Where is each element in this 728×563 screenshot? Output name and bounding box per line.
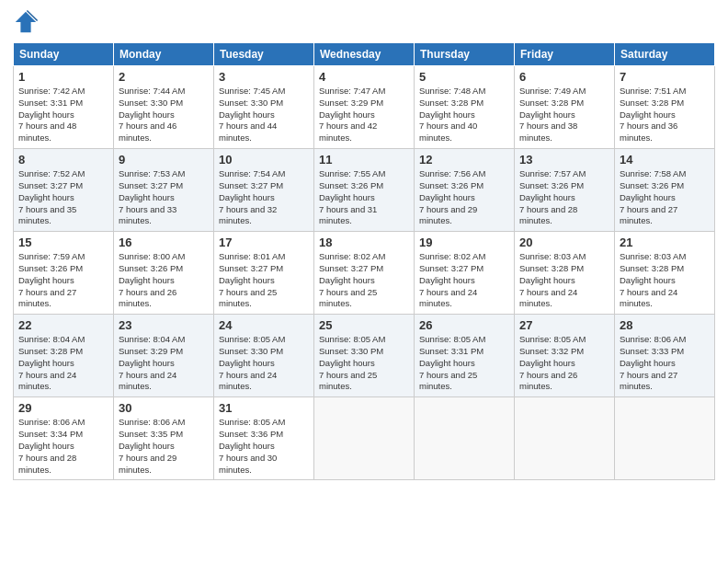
sunset-label: Sunset: 3:27 PM: [219, 263, 283, 273]
day-number: 18: [319, 236, 409, 249]
svg-marker-0: [16, 12, 36, 32]
daylight-label: Daylight hours: [119, 275, 175, 285]
day-number: 10: [219, 153, 309, 167]
sunset-label: Sunset: 3:28 PM: [419, 98, 483, 108]
daylight-value: 7 hours and 27 minutes.: [620, 370, 677, 392]
sunrise-label: Sunrise: 8:05 AM: [219, 334, 285, 344]
daylight-value: 7 hours and 26 minutes.: [119, 287, 176, 309]
calendar-table: SundayMondayTuesdayWednesdayThursdayFrid…: [13, 42, 715, 480]
daylight-label: Daylight hours: [119, 358, 175, 368]
day-number: 22: [18, 318, 108, 332]
sunset-label: Sunset: 3:28 PM: [18, 346, 83, 356]
calendar-cell: 24 Sunrise: 8:05 AM Sunset: 3:30 PM Dayl…: [214, 315, 314, 397]
daylight-value: 7 hours and 27 minutes.: [18, 287, 76, 309]
sunset-label: Sunset: 3:34 PM: [18, 429, 83, 439]
day-number: 26: [419, 318, 509, 332]
day-number: 6: [519, 70, 609, 84]
sunset-label: Sunset: 3:32 PM: [519, 346, 584, 356]
day-info: Sunrise: 8:05 AM Sunset: 3:32 PM Dayligh…: [519, 334, 609, 393]
calendar-cell: 22 Sunrise: 8:04 AM Sunset: 3:28 PM Dayl…: [14, 315, 114, 397]
sunset-label: Sunset: 3:33 PM: [620, 346, 684, 356]
daylight-label: Daylight hours: [620, 275, 676, 285]
day-number: 23: [119, 318, 209, 332]
daylight-value: 7 hours and 24 minutes.: [620, 287, 677, 309]
day-number: 15: [18, 236, 108, 249]
calendar-cell: 15 Sunrise: 7:59 AM Sunset: 3:26 PM Dayl…: [14, 232, 114, 315]
daylight-label: Daylight hours: [319, 358, 375, 368]
day-info: Sunrise: 7:51 AM Sunset: 3:28 PM Dayligh…: [620, 86, 710, 144]
sunrise-label: Sunrise: 7:51 AM: [620, 86, 686, 96]
calendar-cell: [515, 397, 615, 480]
calendar-cell: 8 Sunrise: 7:52 AM Sunset: 3:27 PM Dayli…: [14, 149, 114, 232]
daylight-label: Daylight hours: [18, 109, 74, 120]
calendar-week-2: 8 Sunrise: 7:52 AM Sunset: 3:27 PM Dayli…: [14, 149, 715, 232]
day-info: Sunrise: 8:06 AM Sunset: 3:34 PM Dayligh…: [18, 417, 108, 476]
calendar-header-row: SundayMondayTuesdayWednesdayThursdayFrid…: [14, 43, 715, 66]
day-number: 7: [620, 70, 710, 84]
day-number: 29: [18, 401, 108, 415]
sunrise-label: Sunrise: 7:54 AM: [219, 168, 285, 178]
sunset-label: Sunset: 3:27 PM: [119, 180, 183, 190]
sunset-label: Sunset: 3:30 PM: [219, 98, 283, 108]
daylight-label: Daylight hours: [18, 441, 74, 451]
logo: [13, 9, 42, 35]
sunset-label: Sunset: 3:26 PM: [18, 263, 83, 273]
day-number: 9: [119, 153, 209, 167]
day-number: 31: [219, 401, 309, 415]
daylight-label: Daylight hours: [319, 109, 375, 120]
daylight-label: Daylight hours: [219, 358, 275, 368]
day-info: Sunrise: 7:53 AM Sunset: 3:27 PM Dayligh…: [119, 168, 209, 227]
logo-icon: [13, 9, 39, 35]
sunset-label: Sunset: 3:26 PM: [519, 180, 584, 190]
calendar-cell: 30 Sunrise: 8:06 AM Sunset: 3:35 PM Dayl…: [114, 397, 214, 480]
calendar-header-wednesday: Wednesday: [314, 43, 415, 66]
daylight-label: Daylight hours: [419, 109, 475, 120]
sunrise-label: Sunrise: 7:58 AM: [620, 168, 686, 178]
day-number: 3: [219, 70, 309, 84]
calendar-cell: 16 Sunrise: 8:00 AM Sunset: 3:26 PM Dayl…: [114, 232, 214, 315]
sunrise-label: Sunrise: 7:49 AM: [519, 86, 586, 96]
calendar-cell: [615, 397, 715, 480]
daylight-value: 7 hours and 30 minutes.: [219, 453, 277, 475]
day-info: Sunrise: 8:05 AM Sunset: 3:31 PM Dayligh…: [419, 334, 509, 393]
day-info: Sunrise: 8:06 AM Sunset: 3:33 PM Dayligh…: [620, 334, 710, 393]
day-info: Sunrise: 8:05 AM Sunset: 3:36 PM Dayligh…: [219, 417, 309, 476]
sunrise-label: Sunrise: 7:44 AM: [119, 86, 185, 96]
day-info: Sunrise: 8:05 AM Sunset: 3:30 PM Dayligh…: [219, 334, 309, 393]
calendar-cell: 2 Sunrise: 7:44 AM Sunset: 3:30 PM Dayli…: [114, 66, 214, 149]
calendar-header-thursday: Thursday: [415, 43, 515, 66]
day-number: 24: [219, 318, 309, 332]
daylight-label: Daylight hours: [119, 192, 175, 202]
sunset-label: Sunset: 3:30 PM: [319, 346, 383, 356]
sunset-label: Sunset: 3:29 PM: [319, 98, 383, 108]
calendar-cell: 1 Sunrise: 7:42 AM Sunset: 3:31 PM Dayli…: [14, 66, 114, 149]
calendar-week-5: 29 Sunrise: 8:06 AM Sunset: 3:34 PM Dayl…: [14, 397, 715, 480]
daylight-value: 7 hours and 35 minutes.: [18, 204, 76, 226]
daylight-value: 7 hours and 25 minutes.: [319, 287, 377, 309]
calendar-header-tuesday: Tuesday: [214, 43, 314, 66]
sunset-label: Sunset: 3:35 PM: [119, 429, 183, 439]
sunrise-label: Sunrise: 7:55 AM: [319, 168, 385, 178]
sunset-label: Sunset: 3:27 PM: [419, 263, 483, 273]
calendar-cell: 5 Sunrise: 7:48 AM Sunset: 3:28 PM Dayli…: [415, 66, 515, 149]
sunrise-label: Sunrise: 8:05 AM: [519, 334, 586, 344]
daylight-label: Daylight hours: [419, 358, 475, 368]
daylight-label: Daylight hours: [219, 441, 275, 451]
sunset-label: Sunset: 3:27 PM: [18, 180, 83, 190]
calendar-header-friday: Friday: [515, 43, 615, 66]
sunset-label: Sunset: 3:28 PM: [620, 98, 684, 108]
day-number: 14: [620, 153, 710, 167]
day-info: Sunrise: 8:01 AM Sunset: 3:27 PM Dayligh…: [219, 251, 309, 310]
daylight-label: Daylight hours: [519, 358, 575, 368]
calendar-cell: 23 Sunrise: 8:04 AM Sunset: 3:29 PM Dayl…: [114, 315, 214, 397]
day-info: Sunrise: 7:44 AM Sunset: 3:30 PM Dayligh…: [119, 86, 209, 144]
calendar-week-1: 1 Sunrise: 7:42 AM Sunset: 3:31 PM Dayli…: [14, 66, 715, 149]
sunrise-label: Sunrise: 8:00 AM: [119, 251, 185, 261]
daylight-label: Daylight hours: [519, 275, 575, 285]
day-info: Sunrise: 7:59 AM Sunset: 3:26 PM Dayligh…: [18, 251, 108, 310]
daylight-label: Daylight hours: [620, 192, 676, 202]
daylight-value: 7 hours and 46 minutes.: [119, 121, 176, 143]
daylight-label: Daylight hours: [18, 275, 74, 285]
daylight-label: Daylight hours: [18, 358, 74, 368]
calendar-cell: 31 Sunrise: 8:05 AM Sunset: 3:36 PM Dayl…: [214, 397, 314, 480]
